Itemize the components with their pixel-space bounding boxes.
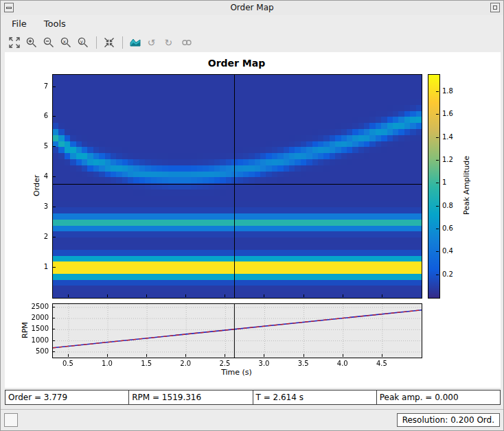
order-tick-label: 1	[32, 263, 48, 270]
colorbar-tick-label: 1.4	[442, 133, 460, 141]
rpm-axes[interactable]	[52, 303, 422, 358]
colorbar-tick-mark	[436, 114, 439, 115]
rpm-tick-label: 1000	[28, 336, 49, 344]
colormap-button[interactable]	[127, 34, 144, 51]
order-tick-mark	[53, 116, 56, 117]
readout-row: Order = 3.779 RPM = 1519.316 T = 2.614 s…	[5, 390, 501, 405]
order-map-axes[interactable]	[52, 74, 422, 299]
zoom-x-button[interactable]: x	[58, 34, 74, 51]
menu-file[interactable]: File	[9, 17, 30, 30]
colorbar-tick-mark	[436, 206, 439, 207]
rpm-readout: RPM = 1519.316	[128, 390, 253, 405]
rpm-xtick-mark	[303, 354, 304, 357]
order-tick-label: 6	[32, 112, 48, 119]
rpm-plot	[53, 304, 422, 358]
colorbar-label: Peak Amplitude	[461, 74, 472, 297]
order-tick-label: 5	[32, 142, 48, 150]
colorbar-tick-label: 1.6	[442, 110, 460, 117]
rpm-tick-mark	[53, 318, 55, 318]
menubar: File Tools	[1, 15, 503, 33]
redo-view-button[interactable]: ↻	[161, 34, 178, 51]
svg-text:x: x	[63, 39, 66, 45]
zoom-in-icon	[25, 36, 38, 49]
rpm-xtick-mark	[343, 354, 343, 357]
colorbar-tick-label: 0.6	[442, 224, 460, 232]
colorbar-tick-mark	[436, 229, 439, 229]
colorbar-tick-label: 0.8	[442, 202, 460, 209]
order-map-canvas[interactable]	[53, 75, 422, 298]
statusbar-grip	[4, 413, 18, 427]
colorbar-tick-label: 1	[442, 178, 460, 186]
link-axes-button[interactable]	[179, 34, 195, 51]
statusbar: Resolution: 0.200 Ord.	[1, 410, 503, 430]
time-tick-mark	[343, 294, 343, 297]
colorbar-tick-mark	[436, 183, 439, 183]
time-tick-label: 0.5	[58, 360, 78, 367]
order-map-window: Order Map File Tools	[0, 0, 504, 431]
zoom-x-icon: x	[60, 36, 72, 49]
window-title: Order Map	[1, 1, 503, 15]
colorbar-tick-mark	[436, 160, 439, 161]
order-tick-mark	[53, 237, 56, 237]
colorbar-tick-label: 0.4	[442, 247, 460, 255]
svg-text:↺: ↺	[148, 37, 156, 48]
rpm-tick-mark	[53, 307, 55, 307]
zoom-in-button[interactable]	[23, 34, 40, 51]
link-axes-icon	[181, 36, 193, 49]
order-tick-mark	[53, 176, 56, 177]
rpm-tick-label: 2500	[28, 303, 49, 310]
order-tick-label: 7	[32, 82, 48, 90]
window-maximize-icon	[493, 5, 497, 10]
crosshair-vertical-line[interactable]	[234, 75, 235, 298]
order-tick-mark	[53, 86, 56, 87]
menu-tools[interactable]: Tools	[41, 17, 69, 30]
zoom-y-icon: y	[77, 36, 89, 49]
rpm-tick-mark	[53, 329, 55, 329]
colorbar-tick-mark	[436, 275, 439, 275]
resolution-readout: Resolution: 0.200 Ord.	[397, 413, 500, 427]
titlebar[interactable]: Order Map	[1, 1, 503, 16]
fit-view-button[interactable]	[6, 34, 23, 51]
order-readout: Order = 3.779	[5, 390, 129, 405]
rpm-xtick-mark	[107, 354, 108, 357]
colorbar	[428, 74, 440, 299]
order-tick-mark	[53, 146, 56, 147]
time-tick-label: 1.5	[136, 360, 157, 367]
colorbar-tick-mark	[436, 91, 439, 92]
time-tick-mark	[303, 294, 304, 297]
rpm-xtick-mark	[146, 354, 147, 357]
rpm-tick-label: 2000	[28, 314, 49, 321]
window-maximize-button[interactable]	[490, 3, 500, 12]
svg-text:↻: ↻	[165, 37, 173, 48]
order-tick-label: 2	[32, 233, 48, 240]
time-tick-label: 4.0	[332, 360, 353, 367]
zoom-out-icon	[43, 36, 55, 49]
rpm-tick-label: 500	[28, 347, 49, 355]
rpm-xtick-mark	[264, 354, 264, 357]
colormap-icon	[129, 36, 141, 49]
rpm-tick-label: 1500	[28, 325, 49, 332]
restore-view-button[interactable]	[101, 34, 117, 51]
plot-title: Order Map	[52, 58, 421, 69]
redo-view-icon: ↻	[163, 36, 176, 49]
time-tick-mark	[264, 294, 264, 297]
toolbar-separator	[96, 36, 97, 49]
rpm-xtick-mark	[185, 354, 186, 357]
colorbar-tick-label: 1.8	[442, 87, 460, 95]
colorbar-tick-mark	[436, 251, 439, 252]
time-tick-mark	[68, 294, 69, 297]
order-tick-mark	[53, 207, 56, 207]
colorbar-tick-label: 0.2	[442, 270, 460, 278]
zoom-out-button[interactable]	[41, 34, 57, 51]
undo-view-button[interactable]: ↺	[144, 34, 161, 51]
time-tick-label: 3.5	[293, 360, 314, 367]
crosshair-horizontal-line[interactable]	[53, 184, 422, 185]
toolbar-separator	[122, 36, 123, 49]
fit-view-icon	[8, 36, 21, 49]
svg-text:y: y	[80, 39, 83, 45]
time-tick-label: 2.0	[175, 360, 196, 367]
order-tick-label: 3	[32, 202, 48, 210]
zoom-y-button[interactable]: y	[75, 34, 91, 51]
peak-amp-readout: Peak amp. = 0.000	[376, 390, 501, 405]
time-tick-label: 4.5	[371, 360, 392, 367]
